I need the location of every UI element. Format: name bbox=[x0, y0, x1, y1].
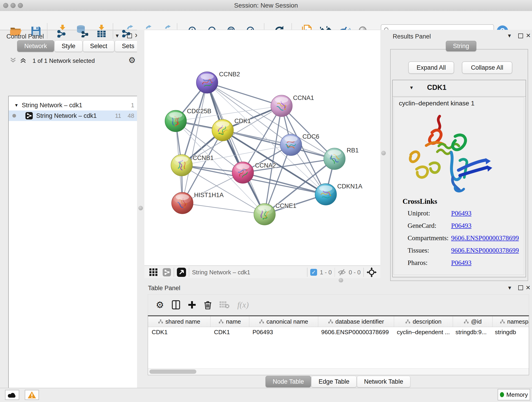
crosslink-label: Tissues: bbox=[408, 247, 451, 254]
crosslinks-title: CrossLinks bbox=[403, 197, 437, 206]
network-selection-status: 1 of 1 Network selected bbox=[32, 57, 95, 64]
hidden-eye-slash-icon[interactable] bbox=[338, 269, 346, 276]
column-header-label: shared name bbox=[165, 318, 200, 325]
right-splitter[interactable] bbox=[380, 30, 389, 281]
collapse-all-chevron-icon[interactable] bbox=[10, 57, 17, 63]
node-label-RB1: RB1 bbox=[347, 147, 359, 154]
tab-network-table[interactable]: Network Table bbox=[357, 376, 410, 387]
table-row[interactable]: CDK1CDK1P064939606.ENSP00000378699cyclin… bbox=[148, 327, 529, 337]
column-header-@id[interactable]: @id bbox=[453, 316, 493, 327]
column-header-name[interactable]: name bbox=[210, 316, 249, 327]
detach-view-icon[interactable] bbox=[177, 268, 186, 277]
footer-network-name: String Network – cdk1 bbox=[192, 269, 250, 276]
panel-close-icon[interactable]: ✕ bbox=[526, 284, 531, 291]
column-header-description[interactable]: description bbox=[394, 316, 453, 327]
node-CCNB2[interactable] bbox=[196, 72, 218, 93]
delete-table-icon bbox=[220, 301, 230, 309]
add-column-plus-icon[interactable] bbox=[188, 301, 196, 309]
panel-collapse-icon[interactable]: ▾ bbox=[508, 32, 511, 39]
network-row-selected[interactable]: String Network – cdk1 11 48 bbox=[9, 110, 138, 121]
panel-float-icon[interactable] bbox=[127, 33, 132, 38]
column-header-label: description bbox=[413, 318, 442, 325]
footer-separator bbox=[335, 268, 335, 277]
network-view-canvas[interactable]: CCNB2CCNA1CDC25BCDK1CDC6RB1CCNB1CCNA2CDK… bbox=[144, 30, 380, 266]
left-splitter-grip[interactable] bbox=[138, 206, 143, 211]
tab-node-table[interactable]: Node Table bbox=[266, 376, 311, 387]
crosslink-link[interactable]: P06493 bbox=[451, 222, 472, 230]
window-title: Session: New Session bbox=[0, 0, 532, 11]
column-header-namespace[interactable]: namespace bbox=[493, 316, 529, 327]
table-cell: 9606.ENSP00000378699 bbox=[317, 327, 393, 337]
crosslink-row: Compartments:9606.ENSP00000378699 bbox=[408, 232, 522, 244]
node-RB1[interactable] bbox=[324, 148, 345, 170]
node-label-CCNB1: CCNB1 bbox=[193, 154, 214, 161]
selected-checkbox-icon[interactable]: ✓ bbox=[310, 269, 317, 276]
crosslink-link[interactable]: P06493 bbox=[451, 259, 472, 267]
footer-separator bbox=[189, 268, 189, 277]
crosslink-link[interactable]: 9606.ENSP00000378699 bbox=[451, 247, 519, 254]
edge-HIST1H1A-CCNE1[interactable] bbox=[182, 203, 265, 214]
gene-section-header[interactable]: ▾ CDK1 bbox=[393, 80, 526, 97]
left-splitter[interactable] bbox=[137, 30, 144, 388]
table-cell: CDK1 bbox=[210, 327, 249, 337]
tab-select[interactable]: Select bbox=[83, 40, 114, 52]
edge-CDC25B-CDC6[interactable] bbox=[176, 121, 291, 145]
memory-button[interactable]: Memory bbox=[498, 389, 530, 400]
show-columns-icon[interactable] bbox=[172, 300, 180, 309]
cloud-button[interactable] bbox=[5, 390, 19, 400]
horizontal-splitter-grip[interactable] bbox=[339, 278, 343, 283]
panel-float-icon[interactable] bbox=[518, 33, 523, 38]
edge-count: 48 bbox=[128, 112, 134, 119]
string-network-icon bbox=[25, 112, 33, 120]
share-network-icon[interactable] bbox=[163, 268, 171, 276]
delete-column-trash-icon[interactable] bbox=[204, 300, 212, 309]
node-CDC6[interactable] bbox=[280, 134, 302, 156]
table-tabs: Node TableEdge TableNetwork Table bbox=[144, 376, 532, 387]
network-view-footer: String Network – cdk1 ✓ 1 - 0 0 - 0 bbox=[144, 265, 380, 279]
right-splitter-grip[interactable] bbox=[381, 151, 386, 155]
node-CDK1[interactable] bbox=[212, 119, 234, 141]
footer-separator bbox=[363, 268, 364, 277]
panel-close-icon[interactable]: ✕ bbox=[526, 32, 531, 39]
table-cell: CDK1 bbox=[148, 327, 210, 337]
warnings-button[interactable] bbox=[25, 390, 39, 400]
network-list-header: 1 of 1 Network selected ⚙ bbox=[7, 56, 136, 66]
expand-all-button[interactable]: Expand All bbox=[408, 61, 454, 74]
tab-network[interactable]: Network bbox=[17, 40, 54, 52]
gear-icon[interactable]: ⚙ bbox=[128, 56, 136, 65]
node-CCNA1[interactable] bbox=[271, 95, 292, 117]
tab-edge-table[interactable]: Edge Table bbox=[311, 376, 356, 387]
node-CCNA2[interactable] bbox=[232, 162, 254, 183]
tab-string[interactable]: String bbox=[446, 41, 476, 51]
expand-all-chevron-icon[interactable] bbox=[20, 57, 27, 63]
network-name: String Network – cdk1 bbox=[36, 112, 97, 119]
selected-counts: 1 - 0 bbox=[320, 269, 332, 276]
panel-collapse-icon[interactable]: ▾ bbox=[116, 32, 119, 39]
tree-expander-icon[interactable]: ▾ bbox=[15, 102, 18, 108]
birds-eye-grid-icon[interactable] bbox=[149, 268, 158, 276]
tab-style[interactable]: Style bbox=[55, 40, 82, 52]
column-header-shared-name[interactable]: shared name bbox=[148, 316, 210, 327]
column-header-canonical-name[interactable]: canonical name bbox=[249, 316, 318, 327]
network-collection-row[interactable]: ▾ String Network – cdk1 1 bbox=[9, 100, 138, 110]
crosslink-label: Uniprot: bbox=[408, 210, 451, 217]
collapse-all-button[interactable]: Collapse All bbox=[462, 61, 512, 74]
node-CCNB1[interactable] bbox=[171, 154, 192, 176]
table-settings-gear-icon[interactable]: ⚙ bbox=[156, 300, 164, 310]
crosslink-link[interactable]: P06493 bbox=[451, 210, 472, 217]
table-cell: stringdb:9... bbox=[452, 327, 491, 337]
scrollbar-thumb[interactable] bbox=[149, 370, 196, 374]
node-CDC25B[interactable] bbox=[165, 110, 186, 132]
column-header-database-identifier[interactable]: database identifier bbox=[318, 316, 394, 327]
table-horizontal-scrollbar[interactable] bbox=[148, 368, 529, 375]
node-CCNE1[interactable] bbox=[254, 204, 275, 225]
panel-collapse-icon[interactable]: ▾ bbox=[508, 284, 511, 291]
fit-selected-crosshair-icon[interactable] bbox=[367, 267, 377, 277]
node-CDKN1A[interactable] bbox=[315, 184, 336, 205]
crosslink-link[interactable]: 9606.ENSP00000378699 bbox=[451, 234, 519, 242]
section-expander-icon[interactable]: ▾ bbox=[410, 84, 413, 91]
node-HIST1H1A[interactable] bbox=[172, 192, 193, 214]
edge-CCNB2-HIST1H1A[interactable] bbox=[182, 83, 207, 203]
panel-float-icon[interactable] bbox=[518, 285, 523, 290]
edge-CCNB2-CCNA1[interactable] bbox=[207, 83, 282, 106]
